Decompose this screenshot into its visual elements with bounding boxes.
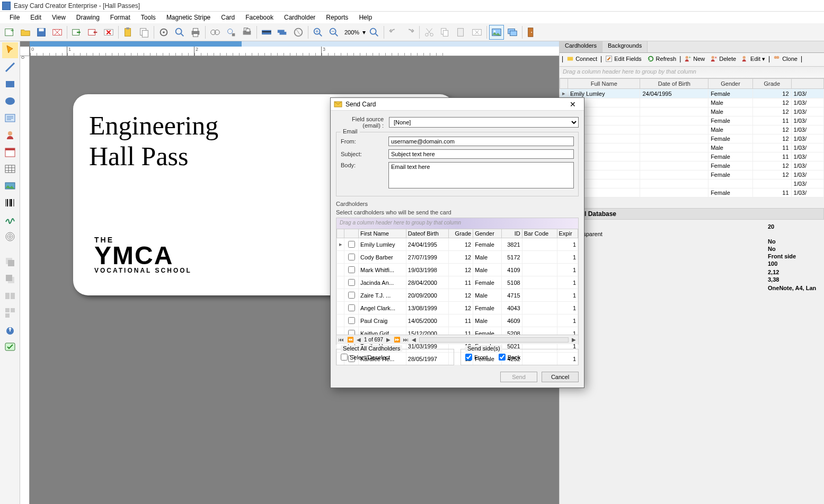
group-tool-icon[interactable] (2, 288, 18, 304)
signature-tool-icon[interactable] (2, 212, 18, 228)
menu-drawing[interactable]: Drawing (71, 13, 105, 22)
zoom-out-icon[interactable] (326, 25, 341, 40)
menu-format[interactable]: Format (105, 13, 136, 22)
import-icon[interactable] (69, 25, 84, 40)
table-row[interactable]: Jacinda An...28/04/200011Female51081 (337, 276, 578, 289)
new-button[interactable]: +New (682, 54, 707, 64)
canvas-scrollbar-h[interactable] (30, 41, 559, 47)
table-row[interactable]: Female121/03/ (560, 170, 824, 179)
encode-batch-icon[interactable] (275, 25, 290, 40)
save-icon[interactable] (34, 25, 49, 40)
cardholders-select-grid[interactable]: Drag a column header here to group by th… (336, 218, 579, 345)
table-row[interactable]: Female121/03/ (560, 161, 824, 170)
print-icon[interactable] (188, 25, 203, 40)
delete-button[interactable]: ×Delete (708, 54, 738, 64)
layer-tool1-icon[interactable] (2, 254, 18, 270)
menu-reports[interactable]: Reports (321, 13, 353, 22)
magstripe-icon[interactable] (291, 25, 306, 40)
batch-preview-icon[interactable] (224, 25, 238, 40)
grid-navigator[interactable]: ⏮ ⏪ ◀ 1 of 697 ▶ ⏩ ⏭ ◀ ▶ (336, 335, 578, 344)
clone-button[interactable]: Clone (771, 54, 800, 64)
delete-card-icon[interactable] (101, 25, 116, 40)
check-tool-icon[interactable] (2, 339, 18, 355)
encode-icon[interactable] (259, 25, 274, 40)
connect-button[interactable]: Connect (564, 54, 599, 64)
paste2-icon[interactable] (454, 25, 468, 40)
undo-icon[interactable] (386, 25, 401, 40)
preview-icon[interactable] (172, 25, 187, 40)
row-checkbox[interactable] (348, 266, 355, 273)
copy2-icon[interactable] (438, 25, 453, 40)
cancel-button[interactable]: Cancel (542, 372, 579, 382)
from-input[interactable] (388, 137, 574, 146)
image-list-icon[interactable] (505, 25, 520, 40)
publish-tool-icon[interactable] (2, 322, 18, 338)
nav-prevpage-icon[interactable]: ⏪ (347, 337, 353, 343)
nav-first-icon[interactable]: ⏮ (339, 337, 344, 343)
menu-view[interactable]: View (47, 13, 71, 22)
table-row[interactable]: Male121/03/ (560, 125, 824, 134)
row-checkbox[interactable] (348, 317, 355, 324)
row-checkbox[interactable] (348, 241, 355, 248)
ellipse-tool-icon[interactable] (2, 93, 18, 109)
zoom-dropdown-icon[interactable]: ▾ (362, 29, 366, 36)
nav-scrollbar[interactable] (419, 337, 569, 343)
align-tool-icon[interactable] (2, 305, 18, 321)
tab-backgrounds[interactable]: Backgrounds (603, 41, 648, 52)
cut-icon[interactable] (422, 25, 437, 40)
table-row[interactable]: 1/03/ (560, 179, 824, 188)
menu-file[interactable]: File (4, 13, 25, 22)
table-row[interactable]: Cody Barber27/07/199912Male51721 (337, 251, 578, 264)
front-checkbox[interactable] (465, 354, 472, 361)
table-row[interactable]: ▸Emily Lumley24/04/1995Female121/03/ (560, 89, 824, 98)
delete-icon[interactable] (469, 25, 484, 40)
table-row[interactable]: Zaire T.J. ...20/09/200012Male47151 (337, 289, 578, 302)
redo-icon[interactable] (402, 25, 417, 40)
select-deselect-checkbox[interactable] (341, 354, 348, 361)
card-wizard-icon[interactable] (50, 25, 65, 40)
close-icon[interactable]: ✕ (565, 99, 581, 110)
tab-cardholders[interactable]: Cardholders (560, 41, 603, 52)
dialog-groupby-bar[interactable]: Drag a column header here to group by th… (336, 218, 578, 229)
table-tool-icon[interactable] (2, 161, 18, 177)
copy-icon[interactable] (137, 25, 152, 40)
table-row[interactable]: Male121/03/ (560, 98, 824, 107)
settings-icon[interactable] (156, 25, 171, 40)
menu-facebook[interactable]: Facebook (240, 13, 279, 22)
menu-help[interactable]: Help (353, 13, 377, 22)
new-card-icon[interactable]: + (2, 25, 17, 40)
menu-magnetic-stripe[interactable]: Magnetic Stripe (161, 13, 216, 22)
cardholders-grid[interactable]: Full Name Date of Birth Gender Grade ▸Em… (560, 78, 824, 197)
edit-fields-button[interactable]: Edit Fields (603, 54, 643, 64)
nav-last-icon[interactable]: ⏭ (403, 337, 409, 343)
row-checkbox[interactable] (348, 304, 355, 311)
dialog-titlebar[interactable]: Send Card ✕ (331, 98, 584, 111)
row-checkbox[interactable] (348, 254, 355, 260)
nav-nextpage-icon[interactable]: ⏩ (394, 337, 400, 343)
back-checkbox[interactable] (499, 354, 506, 361)
pointer-tool-icon[interactable] (2, 42, 18, 58)
menu-edit[interactable]: Edit (25, 13, 47, 22)
fingerprint-tool-icon[interactable] (2, 229, 18, 245)
body-textarea[interactable]: Email text here (388, 162, 574, 188)
exit-icon[interactable] (525, 25, 539, 40)
menu-tools[interactable]: Tools (136, 13, 161, 22)
open-icon[interactable] (18, 25, 33, 40)
date-tool-icon[interactable] (2, 144, 18, 160)
image-tool-icon[interactable] (2, 178, 18, 194)
barcode-tool-icon[interactable] (2, 195, 18, 211)
row-checkbox[interactable] (348, 279, 355, 286)
table-row[interactable]: Female121/03/ (560, 134, 824, 143)
subject-input[interactable] (388, 149, 574, 159)
table-row[interactable]: Female111/03/ (560, 152, 824, 161)
table-row[interactable]: Angel Clark...13/08/199912Female40431 (337, 302, 578, 314)
rectangle-tool-icon[interactable] (2, 76, 18, 92)
table-row[interactable]: Female111/03/ (560, 188, 824, 197)
batch-print-icon[interactable] (240, 25, 254, 40)
nav-scroll-right-icon[interactable]: ▶ (572, 337, 576, 343)
field-source-select[interactable]: [None] (389, 117, 579, 128)
batch-settings-icon[interactable] (208, 25, 223, 40)
nav-scroll-left-icon[interactable]: ◀ (412, 337, 416, 343)
paste-icon[interactable] (121, 25, 136, 40)
zoom-in-icon[interactable] (311, 25, 325, 40)
